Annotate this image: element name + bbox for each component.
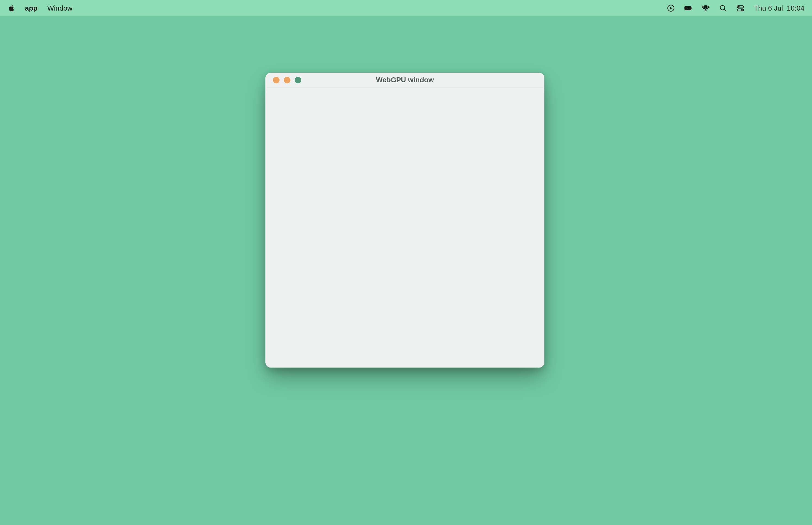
maximize-button[interactable] [295, 77, 301, 83]
control-center-icon[interactable] [737, 4, 744, 12]
app-menu[interactable]: app [25, 4, 37, 13]
play-circle-icon[interactable] [667, 4, 675, 12]
app-window[interactable]: WebGPU window [265, 73, 545, 368]
date-text: Thu 6 Jul [754, 4, 783, 13]
svg-point-5 [720, 5, 725, 10]
time-text: 10:04 [787, 4, 805, 13]
close-button[interactable] [273, 77, 279, 83]
apple-menu-icon[interactable] [7, 4, 15, 12]
window-title: WebGPU window [376, 76, 434, 84]
traffic-lights [265, 77, 301, 83]
datetime[interactable]: Thu 6 Jul 10:04 [754, 4, 805, 13]
battery-charging-icon[interactable] [685, 4, 692, 12]
wifi-icon[interactable] [702, 4, 709, 12]
search-icon[interactable] [719, 4, 727, 12]
menu-bar-left: app Window [7, 4, 73, 13]
window-menu[interactable]: Window [47, 4, 72, 13]
svg-point-8 [738, 6, 739, 7]
svg-marker-1 [670, 7, 672, 9]
window-content [265, 87, 545, 368]
svg-rect-4 [691, 7, 692, 9]
menu-bar: app Window [0, 0, 812, 16]
desktop[interactable]: WebGPU window [0, 16, 812, 525]
svg-point-10 [741, 9, 743, 11]
window-title-bar[interactable]: WebGPU window [265, 73, 545, 87]
minimize-button[interactable] [284, 77, 290, 83]
svg-line-6 [724, 9, 726, 11]
menu-bar-right: Thu 6 Jul 10:04 [667, 4, 805, 13]
